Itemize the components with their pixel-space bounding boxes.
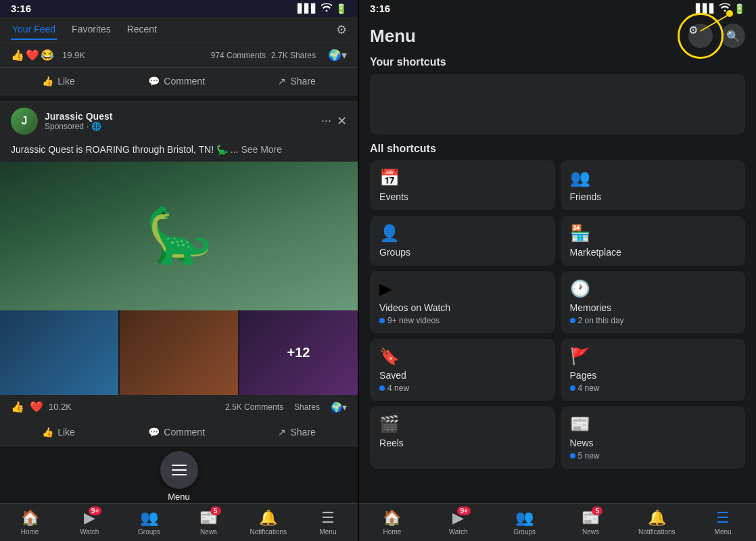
right-nav-news[interactable]: 5 📰 News bbox=[558, 504, 624, 541]
right-nav-menu[interactable]: ☰ Menu bbox=[690, 504, 756, 541]
post1-emojis: 👍 ❤️ 😂 bbox=[11, 49, 54, 62]
left-time: 3:16 bbox=[11, 3, 31, 14]
shortcut-name: Reels bbox=[379, 438, 545, 448]
left-bottom-nav: 🏠 Home 9+ ▶ Watch 👥 Groups 5 📰 News 🔔 No… bbox=[0, 503, 358, 541]
left-panel: 3:16 ▋▋▋ 🔋 Your Feed Favorites Recent ⚙ … bbox=[0, 0, 358, 541]
left-status-bar: 3:16 ▋▋▋ 🔋 bbox=[0, 0, 358, 17]
post2-avatar: J bbox=[11, 108, 38, 135]
shortcut-card-saved[interactable]: 🔖Saved4 new bbox=[370, 339, 554, 401]
menu-overlay-label: Menu bbox=[168, 492, 190, 502]
menu-button[interactable] bbox=[160, 451, 198, 489]
close-icon[interactable]: ✕ bbox=[337, 114, 347, 128]
grid-image-3: +12 bbox=[238, 310, 358, 395]
badge-dot-icon bbox=[379, 385, 385, 391]
post2-like-btn[interactable]: 👍 Like bbox=[34, 421, 83, 443]
right-panel: 3:16 ▋▋▋ 🔋 Menu ⚙ 🔍 Your bbox=[359, 0, 756, 541]
right-nav-groups[interactable]: 👥 Groups bbox=[492, 504, 558, 541]
shortcut-name: Videos on Watch bbox=[379, 302, 545, 313]
shortcut-badge: 4 new bbox=[379, 383, 545, 393]
shortcut-card-news[interactable]: 📰News5 new bbox=[561, 406, 745, 469]
shortcut-name: Groups bbox=[379, 247, 545, 258]
comment-icon: 💬 bbox=[148, 76, 160, 87]
hamburger-icon bbox=[172, 465, 187, 475]
wifi-icon bbox=[321, 3, 332, 14]
post1-share-btn[interactable]: ↗ Share bbox=[270, 70, 323, 92]
shortcut-card-memories[interactable]: 🕐Memories2 on this day bbox=[561, 271, 745, 333]
right-battery-icon: 🔋 bbox=[734, 3, 745, 14]
badge-dot-icon bbox=[570, 318, 575, 323]
feed-tabs: Your Feed Favorites Recent ⚙ bbox=[0, 17, 358, 43]
shortcut-card-reels[interactable]: 🎬Reels bbox=[370, 406, 554, 469]
right-news-badge: 5 bbox=[592, 507, 603, 515]
post2-reaction-count: 10.2K bbox=[49, 402, 220, 412]
post2-share-btn[interactable]: ↗ Share bbox=[270, 421, 323, 443]
post2-image-grid: +12 bbox=[0, 310, 358, 395]
left-nav-notifications[interactable]: 🔔 Notifications bbox=[239, 504, 298, 541]
groups-icon: 👥 bbox=[140, 509, 158, 527]
post2-sub: Sponsored · 🌐 bbox=[45, 122, 314, 131]
post2-comment-icon: 💬 bbox=[148, 427, 160, 438]
left-status-icons: ▋▋▋ 🔋 bbox=[298, 3, 347, 14]
menu-header-icons: ⚙ 🔍 bbox=[688, 24, 745, 48]
left-nav-watch[interactable]: 9+ ▶ Watch bbox=[60, 504, 119, 541]
left-nav-menu[interactable]: ☰ Menu bbox=[298, 504, 358, 541]
sponsored-post: J Jurassic Quest Sponsored · 🌐 ··· ✕ Jur… bbox=[0, 101, 358, 446]
post2-actions: 👍 Like 💬 Comment ↗ Share bbox=[0, 419, 358, 446]
post2-main-image: 🦕 bbox=[0, 162, 358, 310]
see-more-link[interactable]: ... See More bbox=[231, 144, 282, 155]
bell-icon: 🔔 bbox=[259, 509, 277, 527]
post2-comment-btn[interactable]: 💬 Comment bbox=[140, 421, 213, 443]
post1-comment-btn[interactable]: 💬 Comment bbox=[140, 70, 213, 92]
watch-badge: 9+ bbox=[89, 507, 101, 515]
shortcut-card-pages[interactable]: 🚩Pages4 new bbox=[561, 339, 745, 401]
post2-comments: 2.5K Comments bbox=[225, 402, 283, 412]
shortcut-icon-groups: 👤 bbox=[379, 224, 545, 243]
left-nav-home[interactable]: 🏠 Home bbox=[0, 504, 60, 541]
badge-text: 2 on this day bbox=[578, 316, 624, 325]
shortcut-card-videos-on-watch[interactable]: ▶Videos on Watch9+ new videos bbox=[370, 271, 554, 333]
grid-image-1 bbox=[0, 310, 118, 395]
search-button[interactable]: 🔍 bbox=[721, 24, 745, 48]
settings-button[interactable]: ⚙ bbox=[688, 24, 713, 48]
feed-content: 👍 ❤️ 😂 19.9K 974 Comments 2.7K Shares 🌍▾… bbox=[0, 43, 358, 503]
right-nav-watch[interactable]: 9+ ▶ Watch bbox=[425, 504, 492, 541]
shortcut-name: Friends bbox=[570, 191, 736, 202]
more-options-icon[interactable]: ··· bbox=[321, 114, 331, 128]
right-bell-icon: 🔔 bbox=[648, 509, 666, 527]
right-nav-home[interactable]: 🏠 Home bbox=[359, 504, 425, 541]
tab-favorites[interactable]: Favorites bbox=[70, 20, 112, 40]
shortcut-card-marketplace[interactable]: 🏪Marketplace bbox=[561, 216, 745, 266]
post2-globe: 🌍▾ bbox=[331, 402, 347, 413]
feed-settings-icon[interactable]: ⚙ bbox=[336, 22, 347, 37]
badge-dot-icon bbox=[379, 318, 385, 323]
settings-gear-icon: ⚙ bbox=[688, 24, 698, 36]
shortcut-card-friends[interactable]: 👥Friends bbox=[561, 160, 745, 210]
all-shortcuts-title: All shortcuts bbox=[370, 143, 745, 155]
badge-text: 4 new bbox=[578, 383, 600, 393]
shortcut-icon-news: 📰 bbox=[570, 415, 736, 433]
post1-like-btn[interactable]: 👍 Like bbox=[34, 70, 83, 92]
tab-recent[interactable]: Recent bbox=[126, 20, 158, 40]
shortcut-card-groups[interactable]: 👤Groups bbox=[370, 216, 554, 266]
tab-your-feed[interactable]: Your Feed bbox=[11, 20, 57, 40]
left-nav-news[interactable]: 5 📰 News bbox=[179, 504, 239, 541]
badge-dot-icon bbox=[570, 453, 575, 458]
shortcut-name: Saved bbox=[379, 370, 545, 381]
shortcut-badge: 2 on this day bbox=[570, 316, 736, 325]
shortcut-icon-saved: 🔖 bbox=[379, 347, 545, 366]
badge-text: 5 new bbox=[578, 451, 600, 461]
heart-emoji: ❤️ bbox=[26, 49, 39, 62]
shortcut-icon-videos-on-watch: ▶ bbox=[379, 279, 545, 298]
shortcut-badge: 5 new bbox=[570, 451, 736, 461]
right-groups-icon: 👥 bbox=[515, 509, 534, 527]
left-nav-groups[interactable]: 👥 Groups bbox=[119, 504, 179, 541]
shortcut-card-events[interactable]: 📅Events bbox=[370, 160, 554, 210]
shortcuts-placeholder bbox=[370, 74, 745, 135]
post2-header: J Jurassic Quest Sponsored · 🌐 ··· ✕ bbox=[0, 101, 358, 141]
news-badge: 5 bbox=[210, 507, 221, 515]
menu-overlay: Menu bbox=[160, 451, 198, 502]
post2-shares: Shares bbox=[294, 402, 320, 412]
right-menu-icon: ☰ bbox=[716, 509, 730, 527]
menu-title: Menu bbox=[370, 26, 416, 47]
right-nav-notifications[interactable]: 🔔 Notifications bbox=[623, 504, 690, 541]
